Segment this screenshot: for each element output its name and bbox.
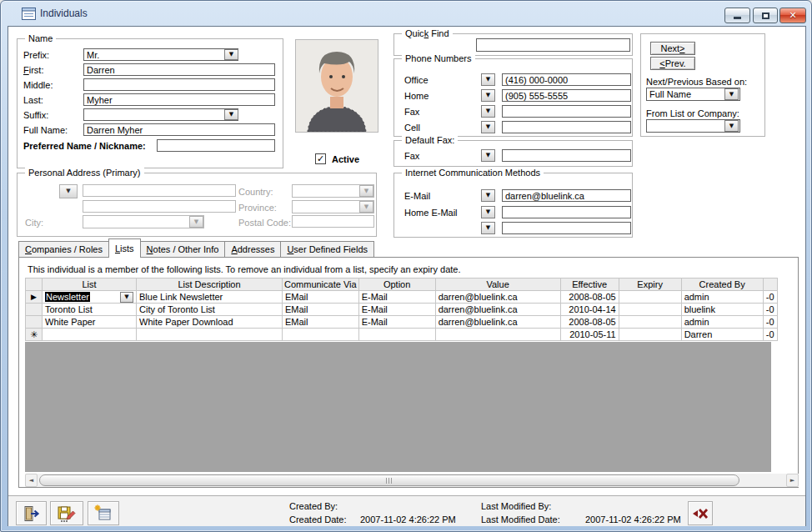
prev-button[interactable]: < Prev. xyxy=(650,57,695,70)
cell-value[interactable]: darren@bluelink.ca xyxy=(435,316,560,329)
cell-value[interactable] xyxy=(435,329,560,341)
address-dropdown-button[interactable]: ▼ xyxy=(59,184,78,198)
row-selector[interactable] xyxy=(26,304,43,316)
new-record-button[interactable] xyxy=(88,501,119,525)
tab-addresses[interactable]: Addresses xyxy=(224,241,281,257)
email-type-dropdown[interactable]: ▼ xyxy=(481,189,495,202)
cell-option[interactable]: E-Mail xyxy=(358,304,435,316)
horizontal-scrollbar[interactable]: ◄ ► xyxy=(25,474,799,487)
first-input[interactable]: Darren xyxy=(83,63,275,76)
scroll-right-button[interactable]: ► xyxy=(786,474,799,487)
cell-list[interactable]: White Paper xyxy=(43,316,137,329)
row-selector[interactable] xyxy=(26,316,43,329)
office-type-dropdown[interactable]: ▼ xyxy=(481,73,495,86)
cell-list-description[interactable]: Blue Link Newsletter xyxy=(137,291,283,304)
individuals-window: Individuals ✕ Name Prefix: Mr. ▼ First: … xyxy=(0,0,812,532)
titlebar[interactable]: Individuals ✕ xyxy=(1,1,811,26)
col-effective[interactable]: Effective xyxy=(560,279,619,291)
fax-phone-input[interactable] xyxy=(502,105,631,118)
tab-companies-roles[interactable]: Companies / Roles xyxy=(18,241,109,257)
cell-list-description[interactable]: City of Toronto List xyxy=(137,304,283,316)
cell-extra[interactable]: -0 xyxy=(763,316,777,329)
cell-phone-input[interactable] xyxy=(502,121,631,133)
cell-communicate-via[interactable]: EMail xyxy=(283,316,359,329)
preferred-name-input[interactable] xyxy=(157,139,275,152)
col-list-description[interactable]: List Description xyxy=(137,279,283,291)
cell-expiry[interactable] xyxy=(619,304,681,316)
current-row-selector[interactable]: ▶ xyxy=(26,291,43,304)
next-button[interactable]: Next > xyxy=(650,42,695,55)
cell-communicate-via[interactable]: EMail xyxy=(283,304,359,316)
cell-created-by[interactable]: Darren xyxy=(681,329,763,341)
list-cell-dropdown-button[interactable]: ▼ xyxy=(120,292,133,303)
default-fax-input[interactable] xyxy=(502,149,631,162)
maximize-button[interactable] xyxy=(753,8,778,23)
office-phone-input[interactable]: (416) 000-0000 xyxy=(502,73,631,86)
col-expiry[interactable]: Expiry xyxy=(619,279,681,291)
cell-effective[interactable]: 2008-08-05 xyxy=(560,291,619,304)
col-list[interactable]: List xyxy=(43,279,137,291)
cell-list-description[interactable] xyxy=(137,329,283,341)
scroll-left-button[interactable]: ◄ xyxy=(25,474,38,487)
cell-extra[interactable]: -0 xyxy=(763,304,777,316)
tab-user-defined-fields[interactable]: User Defined Fields xyxy=(280,241,374,257)
cell-created-by[interactable]: bluelink xyxy=(681,304,763,316)
delete-record-button[interactable] xyxy=(688,501,713,525)
cell-effective[interactable]: 2010-04-14 xyxy=(560,304,619,316)
extra-comm-type-dropdown[interactable]: ▼ xyxy=(481,222,495,234)
cell-extra[interactable]: -0 xyxy=(763,291,777,304)
minimize-button[interactable] xyxy=(724,8,750,23)
scrollbar-thumb[interactable] xyxy=(39,474,739,486)
col-created-by[interactable]: Created By xyxy=(681,279,763,291)
extra-comm-input[interactable] xyxy=(502,222,631,234)
cell-extra[interactable]: -0 xyxy=(763,329,777,341)
col-communicate-via[interactable]: Communicate Via xyxy=(283,279,359,291)
home-type-dropdown[interactable]: ▼ xyxy=(481,89,495,102)
cell-value[interactable]: darren@bluelink.ca xyxy=(435,304,560,316)
based-on-dropdown-button[interactable]: ▼ xyxy=(724,88,739,100)
cell-created-by[interactable]: admin xyxy=(681,316,763,329)
cell-effective[interactable]: 2008-08-05 xyxy=(560,316,619,329)
email-input[interactable]: darren@bluelink.ca xyxy=(502,189,631,202)
cell-expiry[interactable] xyxy=(619,329,681,341)
cell-option[interactable]: E-Mail xyxy=(358,291,435,304)
default-fax-dropdown[interactable]: ▼ xyxy=(481,149,495,162)
cell-created-by[interactable]: admin xyxy=(681,291,763,304)
col-value[interactable]: Value xyxy=(435,279,560,291)
tab-notes-other-info[interactable]: Notes / Other Info xyxy=(140,241,226,257)
home-email-input[interactable] xyxy=(502,206,631,218)
cell-type-dropdown[interactable]: ▼ xyxy=(481,121,495,133)
fax-type-dropdown[interactable]: ▼ xyxy=(481,105,495,118)
last-input[interactable]: Myher xyxy=(83,93,275,106)
tab-lists[interactable]: Lists xyxy=(108,238,141,258)
cell-communicate-via[interactable]: EMail xyxy=(283,291,359,304)
home-email-type-dropdown[interactable]: ▼ xyxy=(481,206,495,218)
prefix-dropdown-button[interactable]: ▼ xyxy=(224,49,238,60)
cell-communicate-via[interactable] xyxy=(283,329,359,341)
middle-input[interactable] xyxy=(83,78,275,91)
cell-expiry[interactable] xyxy=(619,316,681,329)
cell-list[interactable]: ▼Newsletter xyxy=(43,291,137,304)
prefix-combo[interactable]: Mr. xyxy=(83,48,238,61)
cell-list[interactable]: Toronto List xyxy=(43,304,137,316)
suffix-dropdown-button[interactable]: ▼ xyxy=(224,109,238,120)
quick-find-input[interactable] xyxy=(476,38,630,52)
save-record-button[interactable] xyxy=(50,501,83,525)
cell-expiry[interactable] xyxy=(619,291,681,304)
from-list-dropdown-button[interactable]: ▼ xyxy=(724,120,739,132)
exit-button[interactable] xyxy=(16,501,47,525)
cell-option[interactable] xyxy=(358,329,435,341)
cell-option[interactable]: E-Mail xyxy=(358,316,435,329)
active-checkbox[interactable] xyxy=(315,153,326,164)
full-name-input[interactable]: Darren Myher xyxy=(83,123,275,136)
cell-list-description[interactable]: White Paper Download xyxy=(137,316,283,329)
cell-value[interactable]: darren@bluelink.ca xyxy=(435,291,560,304)
col-option[interactable]: Option xyxy=(358,279,435,291)
portrait-photo[interactable] xyxy=(295,39,378,133)
close-button[interactable]: ✕ xyxy=(779,8,806,23)
cell-list[interactable] xyxy=(43,329,137,341)
home-phone-input[interactable]: (905) 555-5555 xyxy=(502,89,631,102)
cell-effective[interactable]: 2010-05-11 xyxy=(560,329,619,341)
new-row-selector[interactable]: ✳ xyxy=(26,329,43,341)
suffix-combo[interactable] xyxy=(83,108,238,121)
